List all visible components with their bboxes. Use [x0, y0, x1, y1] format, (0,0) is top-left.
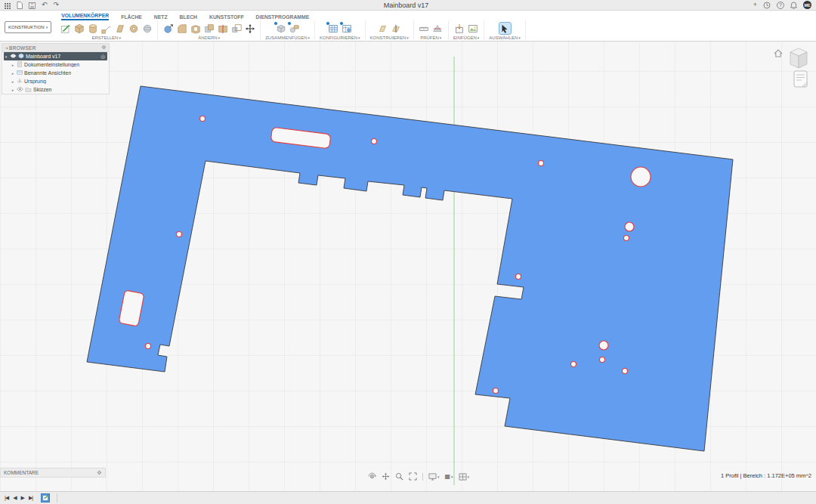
- configuration-insert-icon[interactable]: [341, 23, 352, 34]
- eye-icon[interactable]: [17, 87, 23, 92]
- redo-icon[interactable]: ↷: [54, 2, 60, 8]
- sweep-icon[interactable]: [100, 23, 112, 34]
- configuration-table-icon[interactable]: [327, 23, 338, 34]
- tab-flaeche[interactable]: FLÄCHE: [121, 14, 142, 20]
- fit-icon[interactable]: [409, 472, 417, 481]
- chevron-down-icon: ▾: [308, 36, 311, 40]
- construction-axis-icon[interactable]: [391, 23, 402, 34]
- insert-derive-icon[interactable]: [454, 23, 465, 34]
- undo-icon[interactable]: ↶: [42, 2, 48, 8]
- display-settings-icon[interactable]: ▾: [428, 473, 440, 481]
- fillet-icon[interactable]: [176, 23, 187, 34]
- timeline-bar: |◀ ◀ ▶ ▶|: [0, 491, 816, 504]
- zoom-icon[interactable]: [395, 472, 403, 481]
- sketch-feature-icon[interactable]: [41, 493, 50, 502]
- group-label-zusammenfuegen[interactable]: ZUSAMMENFÜGEN▾: [265, 36, 310, 40]
- construction-dropdown[interactable]: KONSTRUKTION ▾: [5, 21, 51, 33]
- viewport-settings-icon[interactable]: ▾: [459, 473, 470, 481]
- coil-icon[interactable]: [128, 23, 139, 34]
- tab-netz[interactable]: NETZ: [154, 14, 168, 20]
- hole: [625, 222, 634, 231]
- browser-item-label: Benannte Ansichten: [24, 70, 71, 76]
- user-avatar[interactable]: ME: [803, 1, 811, 9]
- divider: [422, 473, 423, 481]
- move-copy-icon[interactable]: [244, 23, 255, 34]
- group-label-konstruieren[interactable]: KONSTRUIEREN▾: [370, 36, 409, 40]
- loft-icon[interactable]: [114, 23, 125, 34]
- shell-icon[interactable]: [190, 23, 201, 34]
- comments-panel[interactable]: KOMMENTARE: [0, 468, 106, 478]
- browser-item-label: Dokumenteinstellungen: [24, 62, 79, 67]
- select-tool-icon[interactable]: [499, 23, 511, 34]
- go-to-start-icon[interactable]: |◀: [5, 495, 8, 501]
- hole: [146, 344, 151, 349]
- browser-item-ursprung[interactable]: ▸ Ursprung: [2, 77, 109, 85]
- tab-dienstprogramme[interactable]: DIENSTPROGRAMME: [256, 14, 310, 20]
- gear-icon[interactable]: [101, 45, 107, 51]
- pan-icon[interactable]: [382, 472, 390, 481]
- group-aendern: ÄNDERN▾: [158, 20, 261, 40]
- revolve-icon[interactable]: [87, 23, 98, 34]
- expand-arrow-icon[interactable]: ▸: [11, 79, 15, 84]
- browser-item-dokumenteinstellungen[interactable]: ▸ Dokumenteinstellungen: [2, 60, 109, 69]
- viewcube[interactable]: [772, 45, 811, 73]
- grid-settings-icon[interactable]: ▦▾: [445, 473, 453, 480]
- expand-arrow-icon[interactable]: ▸: [11, 71, 15, 76]
- group-einfuegen: EINFÜGEN▾: [449, 20, 485, 40]
- split-body-icon[interactable]: [217, 23, 228, 34]
- hole: [177, 232, 182, 237]
- chevron-down-icon: ▾: [46, 25, 48, 29]
- group-label-einfuegen[interactable]: EINFÜGEN▾: [453, 36, 480, 40]
- tab-blech[interactable]: BLECH: [180, 14, 197, 20]
- browser-item-label: Mainboard v17: [26, 54, 60, 59]
- hole: [623, 369, 628, 374]
- primitive-sphere-icon[interactable]: [141, 23, 153, 34]
- decal-icon[interactable]: [468, 23, 479, 34]
- chevron-down-icon: ▾: [218, 36, 221, 40]
- hole: [372, 139, 377, 144]
- browser-item-skizzen[interactable]: ▸ Skizzen: [2, 85, 109, 94]
- titlebar: ↶ ↷ Mainboard v17 + ? ME: [0, 0, 816, 11]
- construction-label: KONSTRUKTION: [8, 25, 45, 29]
- group-label-auswaehlen[interactable]: AUSWÄHLEN▾: [489, 36, 521, 40]
- group-zusammenfuegen: ZUSAMMENFÜGEN▾: [261, 20, 315, 40]
- play-icon[interactable]: ▶: [21, 495, 24, 501]
- scale-icon[interactable]: [230, 23, 242, 34]
- orbit-icon[interactable]: [368, 472, 376, 481]
- activate-radio-icon[interactable]: ◎: [100, 54, 105, 60]
- press-pull-icon[interactable]: [162, 23, 174, 34]
- go-to-end-icon[interactable]: ▶|: [29, 495, 32, 501]
- group-label-erstellen[interactable]: ERSTELLEN▾: [91, 36, 121, 40]
- add-icon[interactable]: +: [753, 2, 757, 8]
- note-icon[interactable]: [793, 70, 808, 91]
- measure-icon[interactable]: [419, 23, 430, 34]
- group-label-aendern[interactable]: ÄNDERN▾: [198, 36, 220, 40]
- named-views-icon: [17, 70, 23, 76]
- group-label-pruefen[interactable]: PRÜFEN▾: [420, 36, 441, 40]
- step-back-icon[interactable]: ◀: [13, 495, 16, 501]
- tab-kunststoff[interactable]: KUNSTSTOFF: [209, 14, 244, 20]
- expand-arrow-icon[interactable]: ▸: [11, 88, 15, 92]
- combine-icon[interactable]: [203, 23, 215, 34]
- help-icon[interactable]: ?: [777, 2, 784, 9]
- create-sketch-icon[interactable]: [60, 23, 71, 34]
- extrude-icon[interactable]: [73, 23, 85, 34]
- expand-arrow-icon[interactable]: ▾: [4, 54, 8, 59]
- browser-header[interactable]: ◂ BROWSER: [2, 44, 109, 52]
- joint-icon[interactable]: [289, 23, 300, 34]
- hole: [493, 388, 499, 394]
- section-analysis-icon[interactable]: [432, 23, 444, 34]
- gear-icon[interactable]: [97, 470, 102, 476]
- hole: [539, 161, 544, 166]
- browser-item-benannte-ansichten[interactable]: ▸ Benannte Ansichten: [2, 69, 109, 77]
- expand-arrow-icon[interactable]: ▸: [11, 63, 15, 67]
- eye-icon[interactable]: [10, 54, 17, 59]
- tab-volumenkoerper[interactable]: VOLUMENKÖRPER: [61, 13, 109, 20]
- browser-item-root[interactable]: ▾ Mainboard v17 ◎: [4, 52, 107, 60]
- navigation-bar: ▾ ▦▾ ▾: [368, 472, 469, 481]
- chevron-down-icon: ▾: [406, 36, 409, 40]
- new-component-icon[interactable]: [275, 23, 286, 34]
- group-label-konfigurieren[interactable]: KONFIGURIEREN▾: [320, 36, 360, 40]
- construction-plane-icon[interactable]: [377, 23, 388, 34]
- viewport[interactable]: ◂ BROWSER ▾ Mainboard v17 ◎ ▸ Dokumentei…: [0, 42, 816, 491]
